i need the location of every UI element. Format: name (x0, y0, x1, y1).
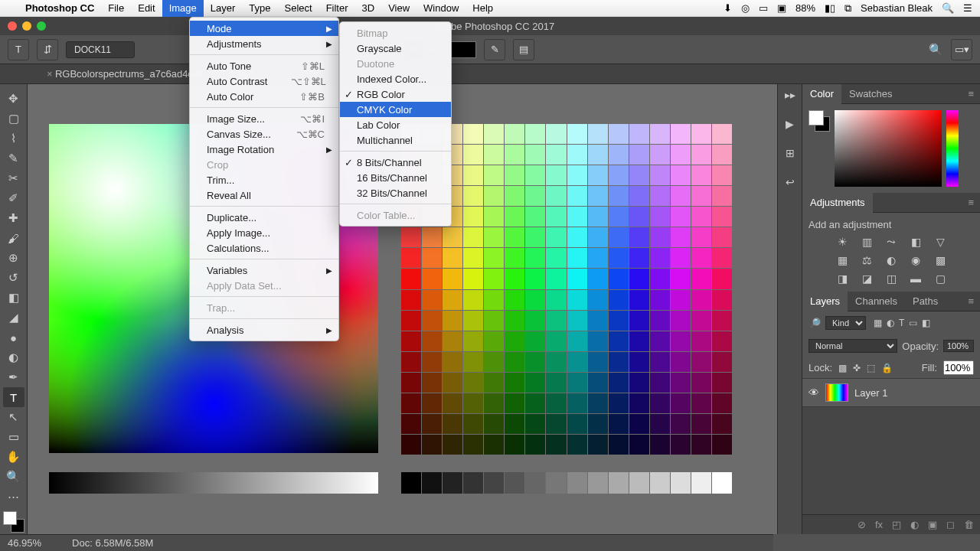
menu-edit[interactable]: Edit (131, 0, 162, 17)
menu-item[interactable]: ✓8 Bits/Channel (340, 155, 451, 170)
menu-item[interactable]: Calculations... (190, 240, 338, 256)
color-lookup-icon[interactable]: ▩ (933, 253, 948, 267)
menu-item[interactable]: Mode▶ (190, 21, 338, 36)
curves-icon[interactable]: ⤳ (884, 235, 899, 249)
menu-item[interactable]: Image Size...⌥⌘I (190, 111, 338, 126)
wifi-icon[interactable]: ⧉ (844, 2, 851, 15)
layer-thumbnail[interactable] (825, 383, 848, 402)
lock-pixels-icon[interactable]: ▩ (838, 363, 847, 373)
fill-field[interactable] (943, 360, 974, 375)
cc-icon[interactable]: ◎ (741, 2, 750, 14)
hue-icon[interactable]: ▦ (835, 253, 850, 267)
type-tool[interactable]: T (3, 387, 24, 407)
brush-tool[interactable]: 🖌 (3, 228, 24, 248)
menu-view[interactable]: View (381, 0, 416, 17)
mask-icon[interactable]: ◰ (892, 519, 901, 530)
text-color-swatch[interactable] (450, 41, 476, 58)
tab-swatches[interactable]: Swatches (841, 84, 900, 104)
menu-item[interactable]: Adjustments▶ (190, 36, 338, 51)
history-icon[interactable]: ↩ (786, 176, 795, 188)
tab-color[interactable]: Color (802, 84, 841, 104)
search-icon[interactable]: 🔍 (929, 43, 943, 57)
filter-shape-icon[interactable]: ▭ (909, 318, 917, 328)
menu-item[interactable]: Grayscale (340, 41, 451, 56)
menu-filter[interactable]: Filter (319, 0, 355, 17)
close-tab-icon[interactable]: × (47, 68, 53, 80)
tab-adjustments[interactable]: Adjustments (802, 193, 873, 213)
fg-bg-colors[interactable] (3, 511, 24, 533)
zoom-tool[interactable]: 🔍 (3, 467, 24, 487)
menu-item[interactable]: Auto Contrast⌥⇧⌘L (190, 73, 338, 89)
vibrance-icon[interactable]: ▽ (933, 235, 948, 249)
eyedropper-tool[interactable]: ✐ (3, 188, 24, 208)
hue-slider[interactable] (946, 110, 959, 187)
menu-item[interactable]: Multichannel (340, 132, 451, 148)
spotlight-icon[interactable]: 🔍 (942, 2, 954, 14)
dodge-tool[interactable]: ◐ (3, 347, 24, 367)
orientation-toggle[interactable]: ⇵ (37, 39, 58, 60)
tray-icon[interactable]: ▭ (759, 2, 768, 14)
warp-text-button[interactable]: ✎ (484, 39, 505, 60)
display-icon[interactable]: ▣ (777, 2, 786, 14)
play-icon[interactable]: ▶ (786, 118, 794, 130)
link-layers-icon[interactable]: ⊘ (858, 519, 866, 530)
quick-select-tool[interactable]: ✎ (3, 148, 24, 168)
healing-tool[interactable]: ✚ (3, 208, 24, 228)
lock-position-icon[interactable]: ✜ (853, 363, 861, 373)
menu-image[interactable]: Image (162, 0, 204, 17)
invert-icon[interactable]: ◨ (835, 272, 850, 285)
filter-pixel-icon[interactable]: ▦ (874, 318, 882, 328)
eraser-tool[interactable]: ◧ (3, 288, 24, 308)
menu-item[interactable]: Lab Color (340, 117, 451, 132)
marquee-tool[interactable]: ▢ (3, 109, 24, 129)
menu-select[interactable]: Select (277, 0, 318, 17)
delete-layer-icon[interactable]: 🗑 (964, 519, 974, 530)
selective-color-icon[interactable]: ▢ (933, 272, 948, 285)
panel-menu-icon[interactable]: ≡ (962, 197, 980, 208)
fill-adjust-icon[interactable]: ◐ (910, 519, 919, 530)
exposure-icon[interactable]: ◧ (908, 235, 923, 249)
expand-icon[interactable]: ▸▸ (785, 89, 795, 101)
menu-item[interactable]: Indexed Color... (340, 71, 451, 86)
layer-row[interactable]: 👁 Layer 1 (802, 379, 980, 407)
tab-layers[interactable]: Layers (802, 292, 848, 311)
blend-mode-select[interactable]: Normal (808, 339, 897, 353)
shape-tool[interactable]: ▭ (3, 427, 24, 447)
filter-kind-select[interactable]: Kind (825, 316, 866, 330)
menu-item[interactable]: Reveal All (190, 187, 338, 203)
menu-item[interactable]: ✓RGB Color (340, 86, 451, 102)
tab-paths[interactable]: Paths (905, 292, 946, 311)
stamp-tool[interactable]: ⊕ (3, 248, 24, 268)
tab-channels[interactable]: Channels (848, 292, 905, 311)
menu-item[interactable]: Duplicate... (190, 210, 338, 225)
color-fg-bg[interactable] (808, 110, 830, 132)
download-icon[interactable]: ⬇︎ (724, 2, 732, 14)
visibility-icon[interactable]: 👁 (808, 386, 819, 399)
history-brush-tool[interactable]: ↺ (3, 268, 24, 288)
app-menu[interactable]: Photoshop CC (18, 0, 101, 17)
menu-layer[interactable]: Layer (204, 0, 243, 17)
menu-item[interactable]: 16 Bits/Channel (340, 170, 451, 185)
gradient-tool[interactable]: ◢ (3, 308, 24, 328)
menu-item[interactable]: Image Rotation▶ (190, 142, 338, 157)
menu-item[interactable]: 32 Bits/Channel (340, 185, 451, 201)
menu-file[interactable]: File (101, 0, 131, 17)
font-family-field[interactable]: DOCK11 (66, 41, 135, 58)
lasso-tool[interactable]: ⌇ (3, 129, 24, 148)
channel-mixer-icon[interactable]: ◉ (908, 253, 923, 267)
menu-item[interactable]: Auto Tone⇧⌘L (190, 58, 338, 73)
new-layer-icon[interactable]: ◻ (946, 519, 955, 530)
menu-type[interactable]: Type (242, 0, 277, 17)
photo-filter-icon[interactable]: ◐ (884, 253, 899, 267)
menu-item[interactable]: Canvas Size...⌥⌘C (190, 126, 338, 142)
menu-window[interactable]: Window (416, 0, 466, 17)
move-tool[interactable]: ✥ (3, 89, 24, 109)
brightness-icon[interactable]: ☀ (835, 235, 850, 249)
menu-item[interactable]: CMYK Color (340, 102, 451, 117)
posterize-icon[interactable]: ◪ (859, 272, 874, 285)
zoom-level[interactable]: 46.95% (8, 537, 41, 549)
gradient-map-icon[interactable]: ▬ (908, 272, 923, 285)
pen-tool[interactable]: ✒ (3, 367, 24, 387)
menu-3d[interactable]: 3D (355, 0, 382, 17)
crop-tool[interactable]: ✂ (3, 168, 24, 188)
